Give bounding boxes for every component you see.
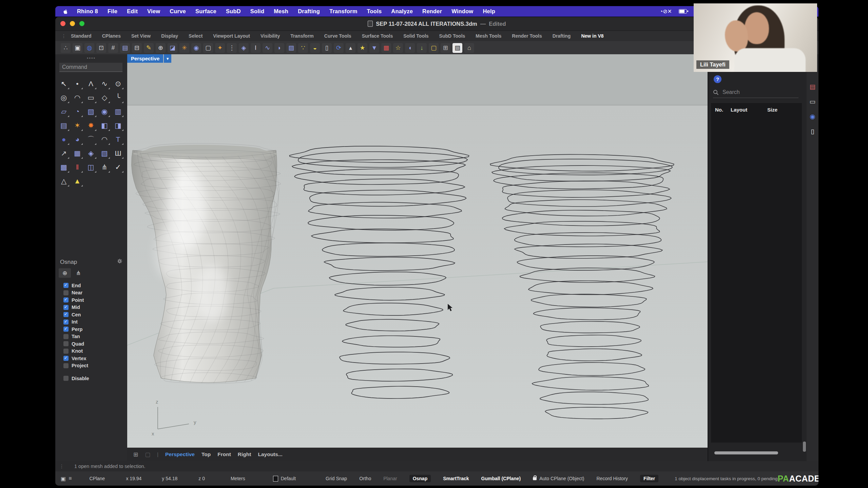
array-tool-icon[interactable]: Ш (115, 150, 121, 157)
toolbar-icon[interactable]: ◈ (242, 45, 246, 51)
materials-icon[interactable]: ▤ (810, 83, 816, 90)
menu-item[interactable]: Mesh (274, 8, 288, 14)
fillet-tool-icon[interactable]: ╰ (116, 94, 120, 101)
osnap-checkbox-row[interactable]: End (63, 282, 127, 289)
blend-tool-icon[interactable]: ⌒ (88, 136, 95, 143)
checkbox[interactable] (63, 319, 69, 325)
status-toggle[interactable]: Ortho (359, 476, 371, 481)
menu-item[interactable]: Curve (170, 8, 186, 14)
scale-tool-icon[interactable]: ▧ (101, 150, 108, 157)
menu-item[interactable]: Window (451, 8, 473, 14)
union-tool-icon[interactable]: ● (62, 136, 66, 143)
pyramid-tool-icon[interactable]: ▲ (74, 177, 81, 184)
menu-item[interactable]: Transform (329, 8, 358, 14)
viewport-title[interactable]: Perspective (127, 54, 163, 63)
toolbar-tab[interactable]: Drafting (553, 33, 571, 39)
distribute-tool-icon[interactable]: ‖ (76, 163, 79, 171)
toolbar-icon[interactable]: ⊕ (158, 45, 163, 51)
menu-item[interactable]: Render (422, 8, 442, 14)
toolbar-tab[interactable]: Select (189, 33, 202, 39)
viewport-maximize-icon[interactable]: ▢ (145, 451, 150, 458)
flow-tool-icon[interactable]: ⋔ (101, 163, 108, 171)
menu-item[interactable]: Tools (367, 8, 382, 14)
checkbox[interactable] (63, 305, 69, 310)
checkbox[interactable] (63, 376, 69, 381)
layout-list[interactable]: No. Layout Size (711, 103, 802, 443)
plane-tool-icon[interactable]: ▤ (60, 122, 67, 129)
layout-panel-icon[interactable]: ▯ (811, 128, 814, 135)
sphere-tool-icon[interactable]: ◉ (101, 108, 108, 115)
checkbox[interactable] (63, 356, 69, 361)
explode-tool-icon[interactable]: ✶ (74, 122, 80, 129)
help-icon[interactable]: ? (714, 75, 721, 83)
toolbar-icon[interactable]: ▤ (122, 45, 128, 51)
horizontal-scrollbar[interactable] (714, 451, 778, 454)
close-window-button[interactable] (60, 21, 65, 26)
layer-color-swatch[interactable] (273, 476, 278, 482)
units-field[interactable]: Meters (231, 476, 245, 481)
toolbar-icon[interactable]: ◖ (408, 45, 412, 51)
curve-tool-icon[interactable]: ∿ (101, 80, 108, 87)
split-tool-icon[interactable]: ◨ (115, 122, 121, 129)
checkbox[interactable] (63, 334, 69, 339)
webcam-overlay[interactable]: Lili Tayefi (694, 3, 817, 72)
menu-item[interactable]: Analyze (391, 8, 413, 14)
toolbar-icon[interactable]: ▨ (288, 45, 294, 51)
osnap-checkbox-row[interactable]: Near (63, 289, 127, 297)
layer-field[interactable]: Default (273, 476, 296, 482)
menu-item[interactable]: Drafting (298, 8, 320, 14)
checkbox[interactable] (63, 297, 69, 302)
menu-item[interactable]: View (147, 8, 160, 14)
arc-blend-tool-icon[interactable]: ◠ (101, 136, 108, 143)
toolbar-icon[interactable]: ◪ (170, 45, 175, 51)
apple-logo-icon[interactable] (63, 9, 68, 14)
viewport-grid-icon[interactable]: ⊞ (133, 451, 138, 458)
toolbar-icon[interactable]: ◒ (313, 45, 317, 51)
ellipse-tool-icon[interactable]: ◎ (61, 94, 67, 101)
osnap-checkbox-row[interactable]: Int (63, 318, 127, 326)
osnap-checkbox-row[interactable]: Vertex (63, 355, 127, 362)
rotate-tool-icon[interactable]: ◈ (88, 150, 94, 157)
toolbar-icon[interactable]: ▯ (325, 45, 329, 51)
toolbar-icon[interactable]: ▢ (205, 45, 211, 51)
polygon-tool-icon[interactable]: ◇ (102, 94, 107, 101)
status-toggle[interactable]: Planar (383, 476, 397, 481)
status-toggle[interactable]: SmartTrack (443, 476, 469, 481)
viewport-tab[interactable]: Layouts... (258, 451, 282, 457)
menu-item[interactable]: Edit (127, 8, 138, 14)
toolbar-icon[interactable]: ▣ (75, 45, 80, 51)
checkbox[interactable] (63, 363, 69, 368)
toolbar-tab[interactable]: New in V8 (581, 33, 603, 39)
copy-tool-icon[interactable]: ▦ (74, 150, 81, 157)
viewport-tab[interactable]: Perspective (165, 451, 195, 457)
toolbar-icon[interactable]: ◗ (277, 45, 281, 51)
selection-filter-icon[interactable]: ▣ (61, 475, 66, 482)
cylinder-tool-icon[interactable]: ▥ (115, 108, 121, 115)
checkbox[interactable] (63, 283, 69, 288)
viewport-tab[interactable]: Right (238, 451, 251, 457)
pointer-tool-icon[interactable]: ↖ (61, 80, 67, 87)
toolbar-icon[interactable]: ✎ (146, 45, 151, 51)
layers-panel-icon[interactable]: ◉ (810, 113, 815, 120)
toolbar-tab[interactable]: Set View (131, 33, 151, 39)
rectangle-tool-icon[interactable]: ▭ (88, 94, 94, 101)
history-grip[interactable]: ⋮ (59, 464, 63, 469)
bluetooth-icon[interactable]: ✕ (668, 8, 672, 14)
menu-item[interactable]: Help (483, 8, 495, 14)
display-panel-icon[interactable]: ▭ (810, 98, 816, 105)
arc-tool-icon[interactable]: ◠ (74, 94, 80, 101)
command-input[interactable] (59, 63, 122, 72)
toolbar-icon[interactable]: ∿ (265, 45, 270, 51)
toolbar-tab[interactable]: Standard (71, 33, 92, 39)
point-tool-icon[interactable]: • (76, 80, 78, 87)
column-header-no[interactable]: No. (711, 107, 731, 113)
toolbar-icon[interactable]: ⋮ (229, 45, 235, 51)
toolbar-icon[interactable]: ◉ (194, 45, 199, 51)
difference-tool-icon[interactable]: ◕ (75, 136, 80, 143)
column-header-size[interactable]: Size (767, 107, 777, 113)
circle-tool-icon[interactable]: ⊙ (115, 80, 121, 87)
toolbar-tab[interactable]: Surface Tools (362, 33, 393, 39)
toolbar-icon[interactable]: ✳ (182, 45, 187, 51)
menu-item[interactable]: Surface (195, 8, 216, 14)
toolbar-icon[interactable]: ⊞ (443, 45, 448, 51)
